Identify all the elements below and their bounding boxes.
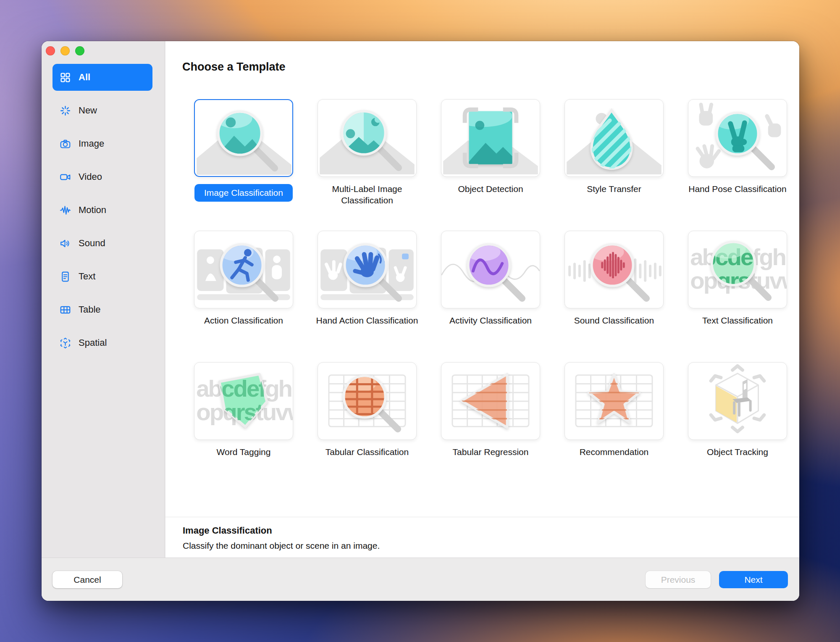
- template-label: Hand Pose Classification: [688, 183, 786, 195]
- activity-classification-icon: [441, 231, 540, 308]
- close-window-button[interactable]: [46, 46, 55, 55]
- sidebar-item-label: Text: [79, 271, 95, 282]
- object-tracking-icon: [688, 363, 787, 439]
- selection-info-description: Classify the dominant object or scene in…: [183, 541, 782, 551]
- sidebar-item-label: Sound: [79, 238, 105, 249]
- style-transfer-icon: [565, 100, 663, 176]
- sidebar-item-sound[interactable]: Sound: [52, 230, 152, 257]
- zoom-window-button[interactable]: [75, 46, 84, 55]
- template-cell: Activity Classification: [429, 231, 552, 362]
- template-cell: Tabular Regression: [429, 362, 552, 494]
- selection-info-title: Image Classification: [183, 525, 782, 536]
- sidebar-item-label: Spatial: [79, 337, 107, 348]
- waveform-icon: [60, 205, 71, 216]
- previous-button[interactable]: Previous: [646, 571, 711, 588]
- sidebar-item-table[interactable]: Table: [52, 296, 152, 323]
- sidebar-list: All New: [52, 64, 152, 363]
- template-cell: Sound Classification: [552, 231, 676, 362]
- template-card-multi-label-image-classification[interactable]: [318, 99, 417, 177]
- template-label: Recommendation: [580, 446, 649, 458]
- template-cell: Image Classification: [182, 99, 305, 231]
- sidebar-item-all[interactable]: All: [52, 64, 152, 91]
- tabular-classification-icon: [318, 363, 416, 439]
- template-cell: Recommendation: [552, 362, 676, 494]
- sidebar-item-label: Image: [79, 138, 104, 149]
- template-label: Hand Action Classification: [316, 315, 418, 326]
- template-label: Object Detection: [458, 183, 523, 195]
- next-button[interactable]: Next: [719, 571, 788, 588]
- object-detection-icon: [441, 100, 540, 176]
- template-label: Text Classification: [702, 315, 773, 326]
- template-cell: Action Classification: [182, 231, 305, 362]
- create-ml-template-chooser-window: All New: [42, 41, 799, 601]
- template-card-recommendation[interactable]: [564, 362, 664, 440]
- template-card-action-classification[interactable]: [194, 231, 293, 308]
- template-grid: Image Classification: [182, 99, 799, 494]
- sidebar: All New: [42, 41, 165, 558]
- template-card-object-detection[interactable]: [441, 99, 540, 177]
- template-label: Object Tracking: [707, 446, 768, 458]
- sidebar-item-motion[interactable]: Motion: [52, 197, 152, 224]
- template-card-activity-classification[interactable]: [441, 231, 540, 308]
- template-cell: Style Transfer: [552, 99, 676, 231]
- cancel-button[interactable]: Cancel: [52, 571, 122, 588]
- template-card-tabular-regression[interactable]: [441, 362, 540, 440]
- camera-icon: [60, 138, 71, 150]
- template-card-hand-action-classification[interactable]: [318, 231, 417, 308]
- document-icon: [60, 271, 71, 282]
- template-card-image-classification[interactable]: [194, 99, 293, 177]
- template-cell: Object Detection: [429, 99, 552, 231]
- template-card-style-transfer[interactable]: [564, 99, 664, 177]
- template-cell: Hand Action Classification: [305, 231, 429, 362]
- sidebar-item-label: New: [79, 105, 97, 116]
- selection-info-panel: Image Classification Classify the domina…: [165, 517, 799, 558]
- template-label: Activity Classification: [449, 315, 532, 326]
- hand-pose-classification-icon: [688, 100, 787, 176]
- page-title: Choose a Template: [182, 61, 286, 74]
- tabular-regression-icon: [441, 363, 540, 439]
- grid-icon: [60, 72, 71, 83]
- dialog-footer: Cancel Previous Next: [42, 558, 799, 601]
- template-card-sound-classification[interactable]: [564, 231, 664, 308]
- sidebar-item-spatial[interactable]: Spatial: [52, 329, 152, 356]
- template-label: Multi-Label Image Classification: [310, 183, 424, 206]
- template-cell: Hand Pose Classification: [676, 99, 799, 231]
- template-label: Tabular Classification: [326, 446, 409, 458]
- template-label-selected: Image Classification: [194, 184, 293, 202]
- hand-action-classification-icon: [318, 231, 416, 308]
- template-card-word-tagging[interactable]: abcdefghi opqrstuvw abcdefghi opqrstuvw: [194, 362, 293, 440]
- sidebar-item-label: All: [79, 72, 90, 83]
- template-label: Style Transfer: [587, 183, 641, 195]
- action-classification-icon: [194, 231, 293, 308]
- sound-classification-icon: [565, 231, 663, 308]
- template-label: Word Tagging: [217, 446, 271, 458]
- template-card-hand-pose-classification[interactable]: [688, 99, 787, 177]
- template-label: Tabular Regression: [453, 446, 529, 458]
- template-card-object-tracking[interactable]: [688, 362, 787, 440]
- sidebar-item-label: Video: [79, 171, 102, 182]
- sparkle-icon: [60, 105, 71, 116]
- sidebar-item-video[interactable]: Video: [52, 163, 152, 190]
- sidebar-item-label: Motion: [79, 205, 106, 216]
- speaker-icon: [60, 238, 71, 249]
- template-cell: abcdefghi opqrstuvw abcdefghi opqrstuvw …: [676, 231, 799, 362]
- sidebar-item-new[interactable]: New: [52, 97, 152, 124]
- video-camera-icon: [60, 171, 71, 183]
- minimize-window-button[interactable]: [60, 46, 70, 55]
- sidebar-item-label: Table: [79, 304, 101, 315]
- sidebar-item-image[interactable]: Image: [52, 130, 152, 157]
- template-chooser-main: Choose a Template: [165, 41, 799, 558]
- table-icon: [60, 304, 71, 316]
- window-controls: [46, 46, 84, 55]
- template-card-tabular-classification[interactable]: [318, 362, 417, 440]
- recommendation-icon: [565, 363, 663, 439]
- spatial-cube-icon: [60, 337, 71, 349]
- template-cell: Object Tracking: [676, 362, 799, 494]
- image-classification-icon: [195, 100, 293, 177]
- sidebar-item-text[interactable]: Text: [52, 263, 152, 290]
- template-label: Action Classification: [204, 315, 283, 326]
- text-classification-icon: abcdefghi opqrstuvw abcdefghi opqrstuvw: [688, 231, 787, 308]
- template-cell: abcdefghi opqrstuvw abcdefghi opqrstuvw …: [182, 362, 305, 494]
- template-cell: Multi-Label Image Classification: [305, 99, 429, 231]
- template-card-text-classification[interactable]: abcdefghi opqrstuvw abcdefghi opqrstuvw: [688, 231, 787, 308]
